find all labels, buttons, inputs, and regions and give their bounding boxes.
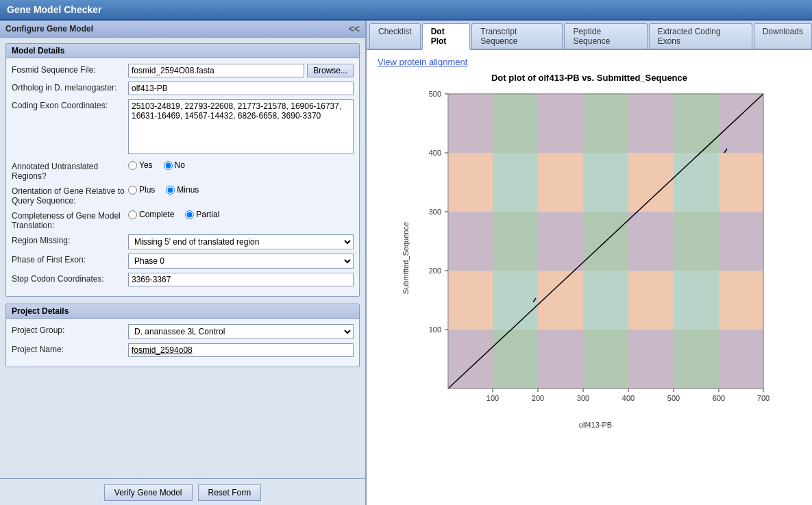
coding-exon-control: 25103-24819, 22793-22608, 21773-21578, 1… xyxy=(128,99,354,156)
project-group-row: Project Group: D. ananassee 3L Control O… xyxy=(12,324,354,339)
ortholog-label: Ortholog in D. melanogaster: xyxy=(12,82,128,93)
svg-rect-2 xyxy=(493,94,538,153)
tab-peptide[interactable]: Peptide Sequence xyxy=(564,23,647,49)
coding-exon-row: Coding Exon Coordinates: 25103-24819, 22… xyxy=(12,99,354,156)
project-details-section: Project Details Project Group: D. ananas… xyxy=(5,304,360,367)
svg-text:500: 500 xyxy=(429,90,441,98)
completeness-partial-label[interactable]: Partial xyxy=(185,210,219,219)
tab-transcript[interactable]: Transcript Sequence xyxy=(471,23,563,49)
completeness-partial-radio[interactable] xyxy=(185,210,194,219)
svg-rect-23 xyxy=(493,271,538,330)
svg-rect-28 xyxy=(719,271,763,330)
region-missing-row: Region Missing: Missing 5' end of transl… xyxy=(12,234,354,249)
svg-rect-3 xyxy=(538,94,583,153)
svg-text:500: 500 xyxy=(667,394,680,402)
orientation-row: Orientation of Gene Relative to Query Se… xyxy=(12,185,354,206)
svg-rect-6 xyxy=(674,94,719,153)
left-panel: Configure Gene Model << Model Details Fo… xyxy=(0,21,367,505)
ortholog-control xyxy=(128,82,354,95)
orientation-minus-radio[interactable] xyxy=(166,186,175,195)
phase-row: Phase of First Exon: Phase 0 Phase 1 Pha… xyxy=(12,254,354,269)
project-name-input[interactable] xyxy=(128,343,354,357)
fosmid-input[interactable] xyxy=(128,64,304,77)
tab-checklist[interactable]: Checklist xyxy=(369,23,421,49)
orientation-radio-group: Plus Minus xyxy=(128,185,354,195)
completeness-row: Completeness of Gene Model Translation: … xyxy=(12,210,354,230)
svg-rect-30 xyxy=(493,330,538,389)
svg-rect-21 xyxy=(719,212,763,271)
svg-rect-9 xyxy=(493,153,538,212)
bottom-buttons: Verify Gene Model Reset Form xyxy=(0,478,365,505)
project-details-body: Project Group: D. ananassee 3L Control O… xyxy=(6,319,359,367)
phase-select[interactable]: Phase 0 Phase 1 Phase 2 xyxy=(128,254,354,269)
dot-plot-container: Submitted_Sequence xyxy=(402,87,777,429)
phase-control: Phase 0 Phase 1 Phase 2 xyxy=(128,254,354,269)
stop-codon-label: Stop Codon Coordinates: xyxy=(12,273,128,284)
svg-rect-22 xyxy=(448,271,493,330)
svg-rect-27 xyxy=(674,271,719,330)
tab-coding-exons[interactable]: Extracted Coding Exons xyxy=(649,23,752,49)
svg-rect-29 xyxy=(448,330,493,389)
svg-rect-12 xyxy=(628,153,674,212)
y-axis-label: Submitted_Sequence xyxy=(402,222,410,294)
svg-rect-1 xyxy=(448,94,493,153)
svg-rect-35 xyxy=(719,330,763,389)
project-name-label: Project Name: xyxy=(12,343,128,354)
orientation-minus-label[interactable]: Minus xyxy=(166,185,199,195)
svg-rect-25 xyxy=(583,271,628,330)
orientation-plus-radio[interactable] xyxy=(128,186,137,195)
region-missing-control: Missing 5' end of translated region Miss… xyxy=(128,234,354,249)
fosmid-label: Fosmid Sequence File: xyxy=(12,64,128,75)
view-protein-link[interactable]: View protein alignment xyxy=(378,57,467,67)
svg-rect-5 xyxy=(628,94,674,153)
project-group-select[interactable]: D. ananassee 3L Control Other xyxy=(128,324,354,339)
svg-rect-7 xyxy=(719,94,763,153)
config-header-title: Configure Gene Model xyxy=(5,24,93,34)
annotated-utr-radio-group: Yes No xyxy=(128,160,354,170)
tab-downloads[interactable]: Downloads xyxy=(754,23,812,49)
orientation-plus-label[interactable]: Plus xyxy=(128,185,155,195)
chart-svg-container: 100 200 300 400 500 600 xyxy=(414,87,777,418)
utr-no-radio[interactable] xyxy=(164,161,173,170)
app-title-bar: Gene Model Checker xyxy=(0,0,812,21)
tabs-bar: Checklist Dot Plot Transcript Sequence P… xyxy=(367,21,812,50)
completeness-complete-radio[interactable] xyxy=(128,210,137,219)
model-details-title: Model Details xyxy=(6,44,359,58)
svg-rect-4 xyxy=(583,94,628,153)
svg-text:300: 300 xyxy=(429,208,441,216)
fosmid-control: Browse... xyxy=(128,64,354,77)
svg-text:400: 400 xyxy=(429,149,441,157)
config-panel-header: Configure Gene Model << xyxy=(0,21,365,38)
svg-rect-11 xyxy=(583,153,628,212)
stop-codon-input[interactable] xyxy=(128,273,354,286)
completeness-complete-label[interactable]: Complete xyxy=(128,210,174,219)
region-missing-select[interactable]: Missing 5' end of translated region Miss… xyxy=(128,234,354,249)
svg-text:200: 200 xyxy=(429,267,441,275)
browse-button[interactable]: Browse... xyxy=(307,64,354,77)
project-group-label: Project Group: xyxy=(12,324,128,335)
utr-yes-radio[interactable] xyxy=(128,161,137,170)
reset-form-button[interactable]: Reset Form xyxy=(198,484,262,501)
model-details-section: Model Details Fosmid Sequence File: Brow… xyxy=(5,43,360,297)
svg-rect-10 xyxy=(538,153,583,212)
fosmid-row: Fosmid Sequence File: Browse... xyxy=(12,64,354,77)
svg-rect-19 xyxy=(628,212,674,271)
project-details-title: Project Details xyxy=(6,304,359,319)
svg-rect-15 xyxy=(448,212,493,271)
svg-text:600: 600 xyxy=(713,394,725,402)
svg-rect-20 xyxy=(674,212,719,271)
coding-exon-textarea[interactable]: 25103-24819, 22793-22608, 21773-21578, 1… xyxy=(128,99,354,154)
orientation-control: Plus Minus xyxy=(128,185,354,195)
svg-text:700: 700 xyxy=(757,394,770,402)
svg-text:300: 300 xyxy=(577,394,589,402)
project-name-control xyxy=(128,343,354,357)
ortholog-input[interactable] xyxy=(128,82,354,95)
collapse-button[interactable]: << xyxy=(349,23,360,34)
completeness-radio-group: Complete Partial xyxy=(128,210,354,219)
utr-yes-label[interactable]: Yes xyxy=(128,160,153,170)
dot-plot-svg: 100 200 300 400 500 600 xyxy=(414,87,777,416)
fosmid-input-group: Browse... xyxy=(128,64,354,77)
tab-dotplot[interactable]: Dot Plot xyxy=(422,23,471,50)
utr-no-label[interactable]: No xyxy=(164,160,185,170)
verify-gene-model-button[interactable]: Verify Gene Model xyxy=(104,484,193,501)
